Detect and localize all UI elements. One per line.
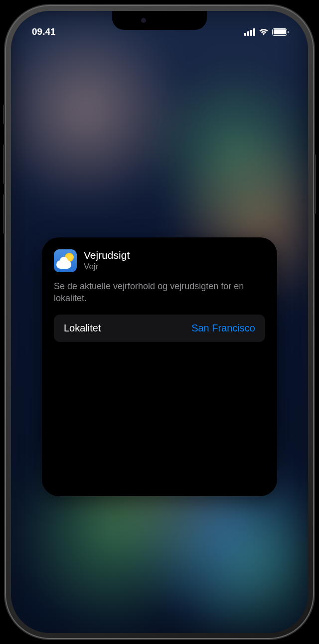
battery-icon [272, 28, 287, 36]
weather-app-icon [54, 249, 77, 272]
widget-titles: Vejrudsigt Vejr [84, 249, 130, 272]
volume-down-button [3, 194, 5, 234]
setting-label: Lokalitet [64, 322, 101, 334]
phone-screen: 09.41 [11, 11, 308, 633]
widget-description: Se de aktuelle vejrforhold og vejrudsigt… [54, 280, 265, 305]
wifi-icon [259, 28, 269, 36]
notch [112, 11, 207, 30]
mute-switch [3, 105, 5, 124]
cellular-signal-icon [244, 28, 255, 36]
volume-up-button [3, 144, 5, 184]
setting-value: San Francisco [191, 322, 255, 334]
power-button [314, 154, 316, 214]
phone-frame: 09.41 [5, 5, 314, 639]
widget-settings-card: Vejrudsigt Vejr Se de aktuelle vejrforho… [42, 237, 277, 496]
status-icons [244, 28, 287, 36]
widget-app-name: Vejr [84, 262, 130, 272]
location-setting-row[interactable]: Lokalitet San Francisco [54, 315, 265, 342]
widget-header: Vejrudsigt Vejr [54, 249, 265, 272]
status-time: 09.41 [32, 26, 56, 37]
widget-title: Vejrudsigt [84, 249, 130, 261]
